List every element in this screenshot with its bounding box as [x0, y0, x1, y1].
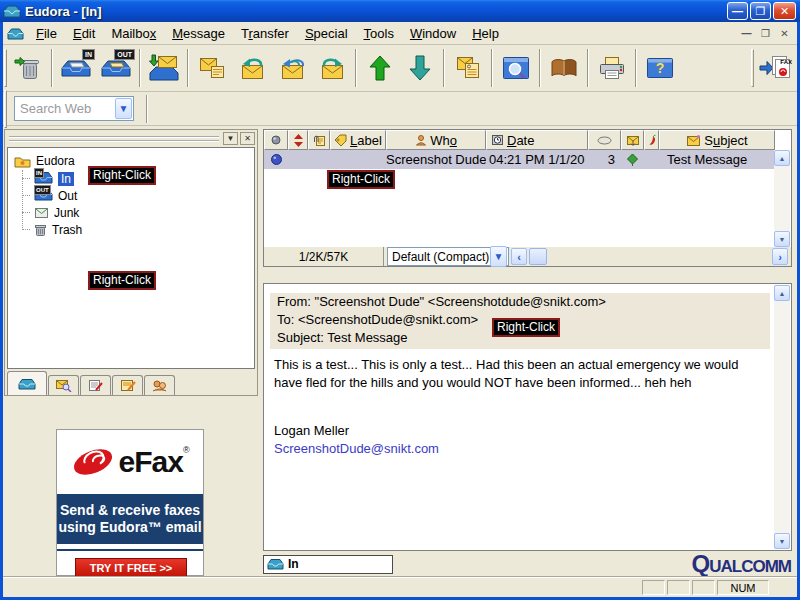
- who-cell: Screenshot Dude: [386, 152, 486, 167]
- toolbar-separator: [635, 49, 637, 87]
- minimize-button[interactable]: —: [727, 2, 748, 20]
- previous-message-button[interactable]: [360, 47, 400, 89]
- column-date[interactable]: Date: [486, 130, 588, 150]
- column-who[interactable]: Who: [386, 130, 486, 150]
- date-cell: 04:21 PM 1/1/20: [486, 152, 588, 167]
- signature-email-link[interactable]: ScreenshotDude@snikt.com: [274, 440, 439, 458]
- search-button[interactable]: [496, 47, 536, 89]
- toolbar-separator: [139, 49, 141, 87]
- search-mail-tab-icon: [55, 379, 72, 392]
- scroll-down-button[interactable]: ▼: [774, 533, 790, 549]
- column-mood[interactable]: [644, 130, 659, 150]
- search-web-combobox[interactable]: Search Web ▼: [14, 96, 134, 121]
- tree-item-out[interactable]: OUT Out: [34, 187, 77, 204]
- priority-arrows-icon: [294, 134, 303, 147]
- message-row-selected[interactable]: Screenshot Dude 04:21 PM 1/1/20 3 Test M…: [264, 150, 775, 169]
- close-button[interactable]: ✕: [773, 2, 796, 20]
- tab-file-browser[interactable]: [48, 375, 79, 395]
- chevron-down-icon[interactable]: ▼: [115, 98, 132, 119]
- column-label[interactable]: Label: [330, 130, 386, 150]
- taskbar-in-button[interactable]: In: [263, 555, 393, 574]
- column-priority[interactable]: [288, 130, 308, 150]
- scroll-down-button[interactable]: ▼: [774, 231, 790, 247]
- column-status[interactable]: [264, 130, 288, 150]
- toolbar-grip[interactable]: [4, 49, 7, 87]
- message-list-scrollbar[interactable]: ▲ ▼: [774, 150, 790, 247]
- chevron-down-icon[interactable]: ▼: [490, 246, 507, 267]
- tree-item-junk[interactable]: Junk: [34, 204, 79, 221]
- hscroll-right-button[interactable]: ›: [772, 248, 788, 265]
- menu-edit[interactable]: Edit: [65, 24, 103, 43]
- out-badge: OUT: [114, 49, 135, 60]
- mdi-restore-button[interactable]: ❐: [757, 26, 774, 41]
- menu-tools[interactable]: Tools: [356, 24, 402, 43]
- menu-help[interactable]: Help: [464, 24, 507, 43]
- pane-menu-button[interactable]: ▼: [223, 132, 238, 145]
- efax-advertisement[interactable]: eFax ® Send & receive faxes using Eudora…: [56, 429, 204, 576]
- tab-stationery[interactable]: [80, 375, 111, 395]
- tree-label: Out: [58, 189, 77, 203]
- out-mailbox-icon: [100, 58, 132, 78]
- tab-signatures[interactable]: [112, 375, 143, 395]
- mdi-close-button[interactable]: ✕: [776, 26, 793, 41]
- address-book-button[interactable]: [544, 47, 584, 89]
- menu-file[interactable]: File: [28, 24, 65, 43]
- delete-button[interactable]: [8, 47, 48, 89]
- toolbar-separator: [491, 49, 493, 87]
- printer-icon: [598, 56, 626, 80]
- restore-button[interactable]: ❐: [750, 2, 771, 20]
- server-status-cell: [621, 153, 644, 166]
- reply-button[interactable]: [232, 47, 272, 89]
- open-in-mailbox-button[interactable]: IN: [56, 47, 96, 89]
- menu-mailbox[interactable]: Mailbox: [103, 24, 164, 43]
- qualcomm-logo: QUALCOMM: [692, 550, 791, 578]
- attach-file-button[interactable]: [448, 47, 488, 89]
- tree-item-eudora[interactable]: Eudora: [14, 152, 75, 169]
- forward-button[interactable]: [312, 47, 352, 89]
- column-size[interactable]: [588, 130, 621, 150]
- pane-grip-bar[interactable]: ▼ ✕: [5, 130, 257, 147]
- mailboxes-tab-bar: [7, 371, 255, 395]
- toolbar-separator: [355, 49, 357, 87]
- menu-window[interactable]: Window: [402, 24, 464, 43]
- mdi-minimize-button[interactable]: —: [738, 26, 755, 41]
- next-message-button[interactable]: [400, 47, 440, 89]
- toolbar-separator: [146, 95, 148, 123]
- efax-brand-text: eFax: [118, 445, 182, 479]
- mailbox-tab-icon: [18, 378, 36, 390]
- try-it-free-button[interactable]: TRY IT FREE >>: [75, 558, 187, 577]
- pane-close-button[interactable]: ✕: [240, 132, 255, 145]
- toolbar-grip[interactable]: [751, 49, 754, 87]
- column-server-status[interactable]: [621, 130, 644, 150]
- menu-special[interactable]: Special: [297, 24, 356, 43]
- hscroll-thumb[interactable]: [529, 248, 547, 265]
- new-message-button[interactable]: [192, 47, 232, 89]
- scroll-up-button[interactable]: ▲: [774, 285, 790, 301]
- check-mail-icon: [148, 54, 180, 82]
- open-out-mailbox-button[interactable]: OUT: [96, 47, 136, 89]
- print-button[interactable]: [592, 47, 632, 89]
- date-clock-icon: [491, 134, 504, 146]
- column-attachment[interactable]: [308, 130, 330, 150]
- tree-label: Eudora: [36, 154, 75, 168]
- subject-envelope-icon: [686, 134, 701, 146]
- scroll-up-button[interactable]: ▲: [774, 150, 790, 166]
- column-subject[interactable]: Subject: [659, 130, 775, 150]
- menu-transfer[interactable]: Transfer: [233, 24, 297, 43]
- efax-button[interactable]: FAX: [755, 47, 795, 89]
- check-mail-button[interactable]: [144, 47, 184, 89]
- status-ball-icon: [271, 135, 281, 145]
- toolbar-grip[interactable]: [4, 90, 7, 128]
- tab-personalities[interactable]: [144, 375, 175, 395]
- tab-mailboxes[interactable]: [7, 371, 47, 395]
- view-selector-combobox[interactable]: Default (Compact) ▼: [387, 247, 509, 266]
- menu-message[interactable]: Message: [164, 24, 233, 43]
- help-button[interactable]: ?: [640, 47, 680, 89]
- reply-all-button[interactable]: [272, 47, 312, 89]
- toolbar-separator: [443, 49, 445, 87]
- tree-item-trash[interactable]: Trash: [34, 221, 82, 238]
- preview-scrollbar[interactable]: ▲ ▼: [774, 285, 790, 549]
- mailbox-size-indicator[interactable]: 1/2K/57K: [264, 247, 384, 266]
- hscroll-left-button[interactable]: ‹: [511, 248, 527, 265]
- message-list-pane: Label Who Date Subject: [263, 129, 792, 267]
